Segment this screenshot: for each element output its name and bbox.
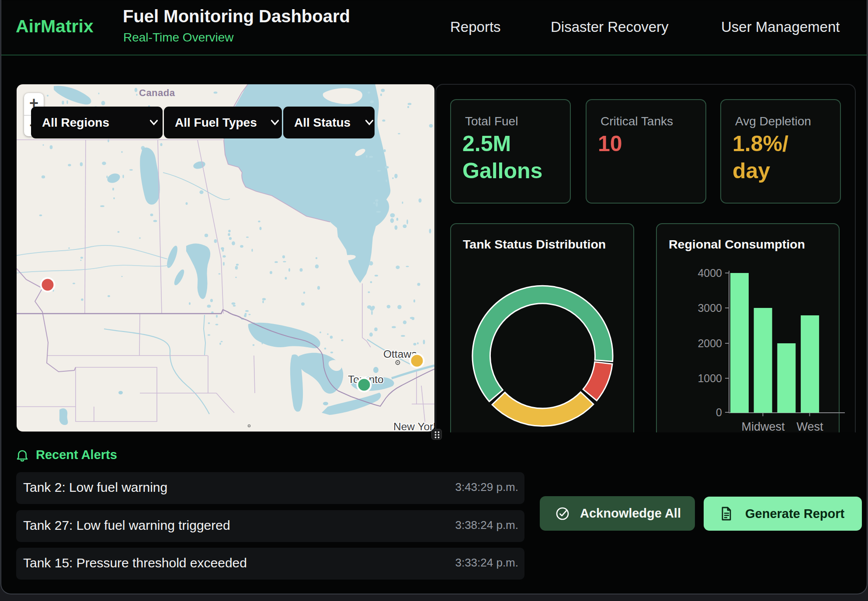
svg-text:4000: 4000 [698,267,722,279]
svg-text:Midwest: Midwest [741,420,785,432]
svg-text:3000: 3000 [698,302,722,314]
svg-text:2000: 2000 [698,337,722,349]
svg-text:West: West [796,420,823,432]
svg-text:New York: New York [393,421,434,432]
svg-text:Canada: Canada [139,87,175,98]
svg-text:1000: 1000 [698,372,722,384]
svg-text:0: 0 [716,406,722,418]
